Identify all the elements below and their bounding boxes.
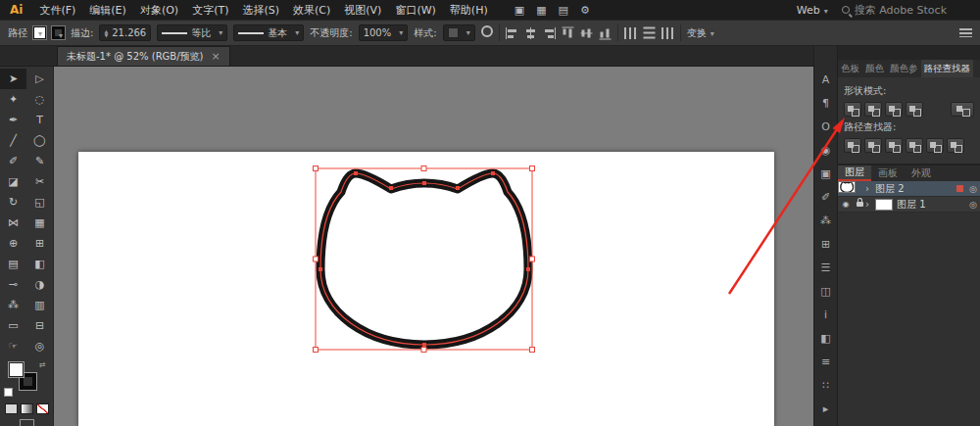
menu-item[interactable]: 文件(F) bbox=[32, 3, 82, 18]
style-swatch-dropdown[interactable] bbox=[443, 24, 475, 41]
lock-toggle[interactable] bbox=[854, 202, 865, 207]
layer-name[interactable]: 图层 1 bbox=[897, 198, 966, 212]
menu-item[interactable]: 对象(O) bbox=[133, 3, 185, 18]
selection-color-chip[interactable] bbox=[956, 185, 963, 192]
width-tool[interactable]: ⋈ bbox=[0, 213, 26, 233]
brush-definition-dropdown[interactable]: 基本 bbox=[233, 24, 304, 41]
column-graph-tool[interactable]: ▥ bbox=[26, 295, 53, 315]
artboard-tool[interactable]: ▭ bbox=[0, 315, 26, 336]
align-vertical-top-icon[interactable] bbox=[562, 26, 573, 39]
scale-tool[interactable]: ◱ bbox=[26, 192, 53, 213]
menu-item[interactable]: 视图(V) bbox=[337, 3, 388, 18]
layers-panel-tab[interactable]: 外观 bbox=[905, 166, 938, 181]
opacity-dropdown[interactable]: 100% bbox=[359, 24, 409, 41]
color-button[interactable] bbox=[5, 403, 18, 414]
paragraph-panel-icon[interactable]: ¶ bbox=[814, 91, 838, 115]
swap-fill-stroke-icon[interactable]: ⇄ bbox=[39, 360, 46, 369]
pathfinder-trim-button[interactable] bbox=[864, 138, 882, 153]
shape-builder-tool[interactable]: ⊕ bbox=[0, 233, 26, 254]
shape-mode-minus-front-button[interactable] bbox=[864, 102, 882, 117]
stepper-arrows-icon[interactable] bbox=[104, 29, 108, 37]
gradient-panel-icon[interactable]: ◧ bbox=[814, 326, 838, 350]
pathfinder-minus-back-button[interactable] bbox=[947, 138, 964, 153]
menu-item[interactable]: 选择(S) bbox=[235, 3, 286, 18]
adobe-stock-icon[interactable]: ▦ bbox=[536, 4, 546, 17]
transform-dropdown[interactable]: 变换 bbox=[687, 26, 714, 40]
eraser-tool[interactable]: ◪ bbox=[0, 171, 26, 192]
rotate-tool[interactable]: ↻ bbox=[0, 192, 26, 213]
symbols-panel-icon[interactable]: ⁂ bbox=[814, 209, 838, 232]
layer-thumbnail[interactable] bbox=[838, 181, 856, 193]
line-segment-tool[interactable]: ╱ bbox=[0, 130, 26, 151]
eyedropper-tool[interactable]: ⊸ bbox=[0, 274, 26, 295]
layer-target-icon[interactable]: ◎ bbox=[966, 200, 980, 210]
align-horizontal-center-icon[interactable] bbox=[524, 27, 537, 39]
stroke-weight-value[interactable]: 21.266 bbox=[112, 27, 146, 38]
paintbrush-tool[interactable]: ✐ bbox=[0, 151, 26, 171]
layer-target-icon[interactable]: ◎ bbox=[966, 184, 980, 194]
pathfinder-panel-icon[interactable]: ◫ bbox=[814, 279, 838, 303]
menu-item[interactable]: 窗口(W) bbox=[388, 3, 442, 18]
fill-swatch[interactable] bbox=[8, 361, 24, 378]
width-profile-dropdown[interactable]: 等比 bbox=[157, 24, 227, 41]
pathfinder-outline-button[interactable] bbox=[926, 138, 944, 153]
transform-panel-icon[interactable]: ⊞ bbox=[814, 232, 838, 256]
recolor-artwork-icon[interactable] bbox=[481, 25, 493, 40]
workspace-switcher[interactable]: Web bbox=[797, 4, 828, 17]
panel-tab[interactable]: 色板 bbox=[838, 60, 862, 77]
perspective-grid-tool[interactable]: ⊞ bbox=[26, 233, 53, 254]
document-tab[interactable]: 未标题-1* @ 52% (RGB/预览) × bbox=[57, 46, 230, 66]
visibility-toggle-icon[interactable]: ◉ bbox=[838, 200, 854, 209]
selection-tool[interactable]: ➤ bbox=[0, 69, 26, 89]
cat-head-shape[interactable] bbox=[320, 173, 528, 345]
align-horizontal-right-icon[interactable] bbox=[543, 27, 556, 39]
direct-selection-tool[interactable]: ▷ bbox=[26, 69, 53, 89]
layer-name[interactable]: 图层 2 bbox=[875, 182, 956, 196]
expand-button[interactable] bbox=[951, 102, 974, 117]
layer-thumbnail[interactable] bbox=[875, 199, 893, 211]
gradient-tool[interactable]: ◧ bbox=[26, 254, 53, 274]
control-panel-menu-icon[interactable] bbox=[959, 28, 972, 37]
stock-search[interactable]: 搜索 Adobe Stock bbox=[842, 3, 974, 18]
ellipse-tool[interactable]: ◯ bbox=[26, 130, 53, 151]
appearance-panel-icon[interactable]: ◉ bbox=[814, 138, 838, 162]
align-horizontal-left-icon[interactable] bbox=[506, 27, 518, 39]
shape-mode-exclude-button[interactable] bbox=[906, 102, 923, 117]
graphic-styles-panel-icon[interactable]: ▣ bbox=[814, 162, 838, 185]
stroke-color-swatch[interactable] bbox=[52, 26, 65, 39]
pen-tool[interactable]: ✒ bbox=[0, 110, 26, 130]
zoom-tool[interactable]: ◎ bbox=[26, 336, 53, 356]
info-panel-icon[interactable]: i bbox=[814, 303, 838, 326]
stroke-panel-icon[interactable]: ≡ bbox=[814, 350, 838, 373]
stroke-weight-stepper[interactable]: 21.266 bbox=[99, 24, 151, 41]
panel-tab[interactable]: 路径查找器 bbox=[921, 60, 974, 77]
slice-tool[interactable]: ⊟ bbox=[26, 315, 53, 336]
magic-wand-tool[interactable]: ✦ bbox=[0, 89, 26, 110]
brushes-panel-icon[interactable]: ✐ bbox=[814, 185, 838, 209]
menu-item[interactable]: 文字(T) bbox=[185, 3, 235, 18]
pathfinder-divide-button[interactable] bbox=[844, 138, 861, 153]
blend-tool[interactable]: ◑ bbox=[26, 274, 53, 295]
distribute-spacing-icon[interactable] bbox=[662, 27, 674, 39]
shape-mode-unite-button[interactable] bbox=[844, 102, 861, 117]
lasso-tool[interactable]: ◌ bbox=[26, 89, 53, 110]
expand-arrow-icon[interactable]: › bbox=[865, 199, 875, 210]
gradient-button[interactable] bbox=[21, 403, 33, 414]
symbol-sprayer-tool[interactable]: ⁂ bbox=[0, 295, 26, 315]
launch-bridge-icon[interactable]: ▣ bbox=[514, 4, 524, 17]
layer-row[interactable]: ◉ › 图层 2 ◎ bbox=[838, 181, 980, 197]
mesh-tool[interactable]: ▤ bbox=[0, 254, 26, 274]
draw-mode-icon[interactable] bbox=[20, 419, 34, 426]
close-tab-icon[interactable]: × bbox=[211, 50, 220, 63]
none-button[interactable] bbox=[36, 403, 49, 414]
libraries-panel-icon[interactable]: ▸ bbox=[814, 397, 838, 420]
swatches-panel-icon[interactable]: ∷ bbox=[814, 373, 838, 397]
fill-color-swatch[interactable] bbox=[33, 26, 46, 39]
pathfinder-crop-button[interactable] bbox=[906, 138, 923, 153]
menu-item[interactable]: 编辑(E) bbox=[82, 3, 133, 18]
default-fill-stroke-icon[interactable] bbox=[4, 388, 13, 397]
arrange-documents-icon[interactable]: ▤ bbox=[559, 4, 568, 17]
distribute-vertical-icon[interactable] bbox=[643, 26, 655, 39]
scissors-tool[interactable]: ✂ bbox=[26, 171, 53, 192]
canvas[interactable] bbox=[54, 67, 813, 426]
